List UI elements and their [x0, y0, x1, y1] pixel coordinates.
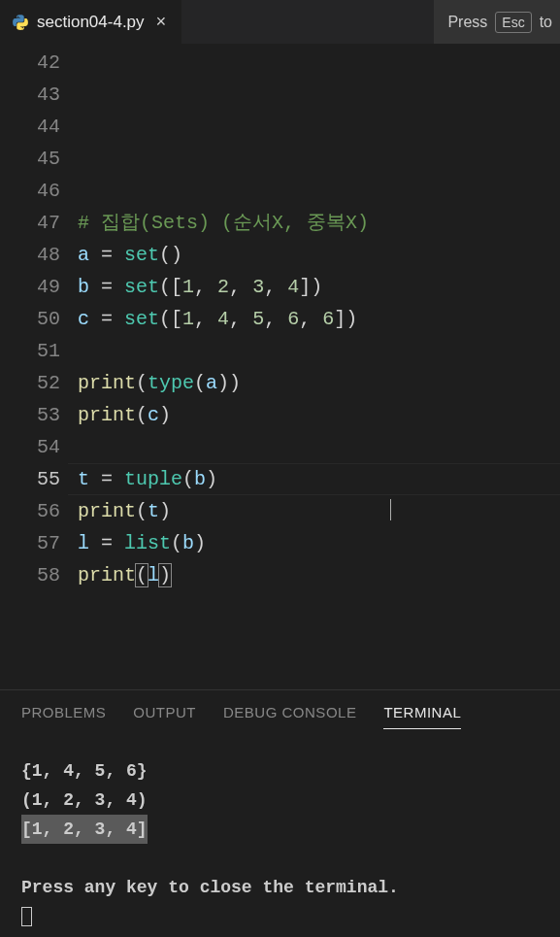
- line-number: 52: [0, 367, 60, 399]
- code-token: (: [194, 372, 206, 394]
- line-number: 47: [0, 207, 60, 239]
- code-token: a: [78, 244, 89, 266]
- python-file-icon: [12, 14, 29, 31]
- code-token: ,: [229, 308, 252, 330]
- line-number: 46: [0, 175, 60, 207]
- line-number: 45: [0, 143, 60, 175]
- code-token: print: [78, 500, 136, 522]
- code-token: (: [136, 404, 148, 426]
- tab-bar: section04-4.py × Press Esc to: [0, 0, 560, 44]
- code-token: a: [206, 372, 217, 394]
- code-token: c: [148, 404, 159, 426]
- code-token: (: [136, 500, 148, 522]
- code-line: [78, 655, 560, 687]
- code-token: b: [194, 468, 206, 490]
- code-line: t = tuple(b): [78, 463, 560, 495]
- code-token: 4: [287, 276, 299, 298]
- code-token: ): [159, 500, 171, 522]
- code-token: ]): [299, 276, 322, 298]
- terminal-cursor-icon: [21, 907, 32, 926]
- code-token: type: [148, 372, 194, 394]
- code-token: 2: [217, 276, 229, 298]
- code-token: )): [217, 372, 241, 394]
- code-token: b: [78, 276, 89, 298]
- code-token: print: [78, 372, 136, 394]
- code-token: ([: [159, 308, 182, 330]
- line-number: 56: [0, 495, 60, 527]
- code-token: ([: [159, 276, 182, 298]
- line-number: 51: [0, 335, 60, 367]
- code-token: # 집합(Sets) (순서X, 중복X): [78, 212, 369, 234]
- code-token: 1: [182, 276, 194, 298]
- line-number: 44: [0, 111, 60, 143]
- line-number: 48: [0, 239, 60, 271]
- line-number: 55: [0, 463, 60, 495]
- code-line: [78, 431, 560, 463]
- code-content: # 집합(Sets) (순서X, 중복X)a = set()b = set([1…: [78, 143, 560, 687]
- code-line: [78, 591, 560, 623]
- code-line: b = set([1, 2, 3, 4]): [78, 271, 560, 303]
- code-line: print(t): [78, 495, 560, 527]
- code-token: 4: [217, 308, 229, 330]
- line-number: 54: [0, 431, 60, 463]
- hint-press: Press: [447, 14, 487, 31]
- code-token: list: [124, 532, 171, 554]
- code-token: 1: [182, 308, 194, 330]
- code-token: =: [89, 532, 124, 554]
- code-token: ,: [264, 308, 287, 330]
- code-token: ): [158, 563, 172, 587]
- code-token: ): [206, 468, 217, 490]
- close-icon[interactable]: ×: [152, 13, 171, 32]
- line-number: 53: [0, 399, 60, 431]
- code-token: =: [89, 468, 124, 490]
- hint-bar: Press Esc to: [434, 0, 560, 44]
- code-line: print(type(a)): [78, 367, 560, 399]
- line-number-gutter: 4243444546474849505152535455565758: [0, 47, 78, 689]
- code-line: [78, 335, 560, 367]
- line-number: 43: [0, 79, 60, 111]
- code-token: =: [89, 276, 124, 298]
- line-number: 57: [0, 527, 60, 559]
- code-line: a = set(): [78, 239, 560, 271]
- code-token: 6: [287, 308, 299, 330]
- code-line: print(l): [78, 559, 560, 591]
- code-line: # 집합(Sets) (순서X, 중복X): [78, 207, 560, 239]
- code-token: tuple: [124, 468, 182, 490]
- code-token: b: [182, 532, 194, 554]
- tab-title: section04-4.py: [37, 13, 145, 32]
- editor-tab[interactable]: section04-4.py ×: [0, 0, 181, 44]
- code-token: print: [78, 404, 136, 426]
- line-number: 42: [0, 47, 60, 79]
- code-token: (: [135, 563, 148, 587]
- code-area[interactable]: # 집합(Sets) (순서X, 중복X)a = set()b = set([1…: [78, 47, 560, 689]
- code-token: (: [182, 468, 194, 490]
- code-token: ,: [264, 276, 287, 298]
- line-number: 49: [0, 271, 60, 303]
- code-line: [78, 175, 560, 207]
- terminal-line-highlighted: [1, 2, 3, 4]: [21, 815, 148, 844]
- code-line: [78, 623, 560, 655]
- code-token: set: [124, 244, 159, 266]
- code-line: c = set([1, 4, 5, 6, 6]): [78, 303, 560, 335]
- terminal-line: (1, 2, 3, 4): [21, 790, 148, 810]
- hint-to: to: [540, 14, 552, 31]
- code-token: 5: [252, 308, 264, 330]
- code-editor[interactable]: 4243444546474849505152535455565758 # 집합(…: [0, 44, 560, 689]
- code-token: 6: [322, 308, 334, 330]
- code-token: ): [159, 404, 171, 426]
- code-token: set: [124, 276, 159, 298]
- code-token: print: [78, 564, 136, 586]
- code-token: (: [171, 532, 182, 554]
- code-token: ,: [229, 276, 252, 298]
- code-token: t: [148, 500, 159, 522]
- code-token: =: [89, 244, 124, 266]
- code-token: set: [124, 308, 159, 330]
- code-token: ): [194, 532, 206, 554]
- code-token: ,: [299, 308, 322, 330]
- code-token: l: [78, 532, 89, 554]
- code-token: ,: [194, 276, 217, 298]
- line-number: 58: [0, 559, 60, 591]
- code-token: ]): [334, 308, 357, 330]
- code-token: =: [89, 308, 124, 330]
- code-line: [78, 143, 560, 175]
